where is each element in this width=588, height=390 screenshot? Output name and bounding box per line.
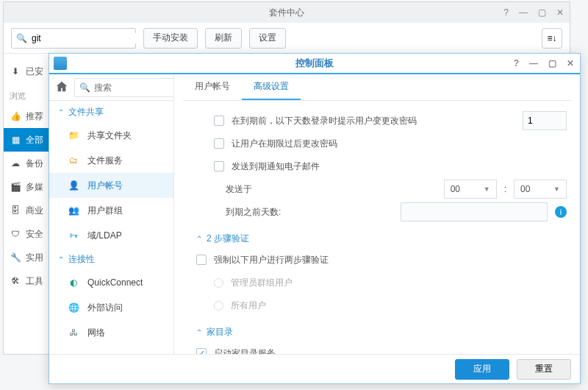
sidebar-top: 🔍 — [49, 74, 173, 101]
dhcp-icon: ▤ — [67, 351, 80, 354]
apply-button[interactable]: 应用 — [455, 359, 509, 380]
category-multimedia[interactable]: 🎬多媒 — [4, 175, 51, 199]
form-advanced: 在到期前，以下天数登录时提示用户变更改密码 让用户在期限过后更改密码 发送到期通… — [183, 101, 571, 354]
checkbox-force-2fa[interactable] — [196, 255, 207, 265]
checkbox-allow-change-after[interactable] — [214, 138, 224, 149]
sidebar-item-network[interactable]: 🖧网络 — [49, 320, 173, 345]
sidebar-search[interactable]: 🔍 — [74, 78, 174, 97]
outer-left-nav: ⬇已安 浏览 👍推荐 ▦全部 ☁备份 🎬多媒 🗄商业 🛡安全 🔧实用 🛠工具 — [4, 60, 51, 293]
chevron-down-icon: ⌃ — [58, 255, 64, 263]
wrench-icon: 🔧 — [10, 252, 21, 263]
settings-button[interactable]: 设置 — [249, 28, 286, 49]
sidebar-search-input[interactable] — [94, 82, 174, 93]
briefcase-icon: 🗄 — [10, 205, 21, 216]
category-tools[interactable]: 🛠工具 — [4, 269, 51, 293]
control-panel-window: 控制面板 ? — ▢ ✕ 🔍 ⌃文件共享 📁共享文件夹 🗂文件服务 👤用户帐号 … — [49, 53, 581, 384]
category-installed[interactable]: ⬇已安 — [4, 60, 51, 83]
home-icon[interactable] — [55, 80, 68, 95]
chevron-down-icon: ⌃ — [196, 328, 202, 336]
minimize-icon[interactable]: — — [529, 58, 538, 68]
maximize-icon[interactable]: ▢ — [548, 58, 556, 68]
reset-button[interactable]: 重置 — [517, 359, 571, 380]
maximize-icon[interactable]: ▢ — [538, 7, 546, 18]
chevron-down-icon: ⌃ — [196, 235, 202, 243]
control-panel-sidebar: 🔍 ⌃文件共享 📁共享文件夹 🗂文件服务 👤用户帐号 👥用户群组 🗝域/LDAP… — [49, 74, 174, 354]
minimize-icon[interactable]: — — [519, 7, 528, 18]
sort-button[interactable]: ≡↓ — [542, 28, 562, 49]
input-before-days[interactable] — [523, 111, 567, 130]
close-icon[interactable]: ✕ — [567, 58, 574, 68]
outer-toolbar: 🔍 ✕ 手动安装 刷新 设置 ≡↓ — [4, 23, 570, 54]
select-send-minute[interactable]: 00▼ — [514, 180, 567, 199]
user-icon: 👤 — [67, 179, 80, 192]
sidebar-item-group[interactable]: 👥用户群组 — [49, 198, 173, 223]
manual-install-button[interactable]: 手动安装 — [143, 28, 198, 49]
outer-title: 套件中心 — [269, 7, 304, 19]
tab-user[interactable]: 用户帐号 — [183, 74, 242, 100]
inner-window-controls: ? — ▢ ✕ — [514, 58, 574, 68]
media-icon: 🎬 — [10, 181, 21, 193]
info-icon[interactable]: i — [555, 206, 567, 218]
file-service-icon: 🗂 — [67, 154, 80, 167]
globe-icon: 🌐 — [67, 301, 80, 314]
row-2fa-all: 所有用户 — [214, 295, 567, 316]
category-backup[interactable]: ☁备份 — [4, 152, 51, 175]
search-icon: 🔍 — [16, 33, 27, 43]
help-icon[interactable]: ? — [503, 7, 509, 18]
thumb-icon: 👍 — [10, 110, 21, 122]
ldap-icon: 🗝 — [67, 229, 80, 242]
control-panel-icon — [54, 57, 67, 70]
backup-icon: ☁ — [10, 157, 21, 169]
help-icon[interactable]: ? — [514, 58, 519, 68]
category-all[interactable]: ▦全部 — [4, 128, 51, 152]
group-file-sharing[interactable]: ⌃文件共享 — [49, 101, 173, 123]
row-send-at: 发送于 00▼ : 00▼ — [226, 179, 567, 199]
folder-icon: 📁 — [67, 129, 80, 142]
sidebar-item-external-access[interactable]: 🌐外部访问 — [49, 295, 173, 320]
row-enable-home: 启动家目录服务 — [196, 343, 567, 354]
checkbox-enable-home[interactable] — [196, 348, 207, 354]
chevron-down-icon: ▼ — [484, 185, 490, 193]
sidebar-item-domain-ldap[interactable]: 🗝域/LDAP — [49, 223, 173, 248]
checkbox-send-email[interactable] — [214, 161, 224, 171]
radio-all-users[interactable] — [214, 301, 223, 311]
checkbox-before-expire[interactable] — [214, 116, 224, 126]
select-send-hour[interactable]: 00▼ — [444, 180, 497, 199]
sidebar-item-file-services[interactable]: 🗂文件服务 — [49, 148, 173, 173]
row-days-before: 到期之前天数: i — [226, 202, 567, 222]
category-recommended[interactable]: 👍推荐 — [4, 104, 51, 128]
input-days-before[interactable] — [401, 202, 548, 221]
category-business[interactable]: 🗄商业 — [4, 199, 51, 222]
tabs: 用户帐号 高级设置 — [183, 74, 571, 101]
inner-title: 控制面板 — [295, 57, 334, 70]
tab-advanced[interactable]: 高级设置 — [242, 74, 301, 100]
refresh-button[interactable]: 刷新 — [205, 28, 242, 49]
inner-footer: 应用 重置 — [49, 354, 580, 383]
sidebar-item-dhcp[interactable]: ▤DHCP Server — [49, 345, 173, 354]
outer-titlebar[interactable]: 套件中心 ? — ▢ ✕ — [4, 2, 570, 23]
search-icon: 🔍 — [79, 82, 90, 93]
section-two-step[interactable]: ⌃2 步骤验证 — [196, 233, 567, 245]
content-area: 用户帐号 高级设置 在到期前，以下天数登录时提示用户变更改密码 让用户在期限过后… — [174, 74, 580, 354]
section-home[interactable]: ⌃家目录 — [196, 326, 567, 338]
chevron-down-icon: ⌃ — [58, 108, 64, 116]
sidebar-item-user[interactable]: 👤用户帐号 — [49, 173, 173, 198]
network-icon: 🖧 — [67, 326, 80, 339]
chevron-down-icon: ▼ — [553, 185, 560, 193]
group-connectivity[interactable]: ⌃连接性 — [49, 248, 173, 270]
inner-body: 🔍 ⌃文件共享 📁共享文件夹 🗂文件服务 👤用户帐号 👥用户群组 🗝域/LDAP… — [49, 74, 580, 354]
close-icon[interactable]: ✕ — [556, 7, 564, 18]
sidebar-item-shared-folder[interactable]: 📁共享文件夹 — [49, 123, 173, 148]
row-2fa-admin: 管理员群组用户 — [214, 272, 567, 293]
radio-admin-group[interactable] — [214, 278, 223, 288]
grid-icon: ▦ — [10, 134, 21, 146]
outer-search-box[interactable]: 🔍 ✕ — [11, 28, 136, 49]
category-security[interactable]: 🛡安全 — [4, 222, 51, 246]
inner-titlebar[interactable]: 控制面板 ? — ▢ ✕ — [49, 54, 580, 74]
shield-icon: 🛡 — [10, 228, 21, 240]
category-utility[interactable]: 🔧实用 — [4, 246, 51, 269]
outer-search-input[interactable] — [32, 33, 142, 43]
download-icon: ⬇ — [10, 65, 21, 77]
group-icon: 👥 — [67, 204, 80, 217]
sidebar-item-quickconnect[interactable]: ◐QuickConnect — [49, 270, 173, 295]
